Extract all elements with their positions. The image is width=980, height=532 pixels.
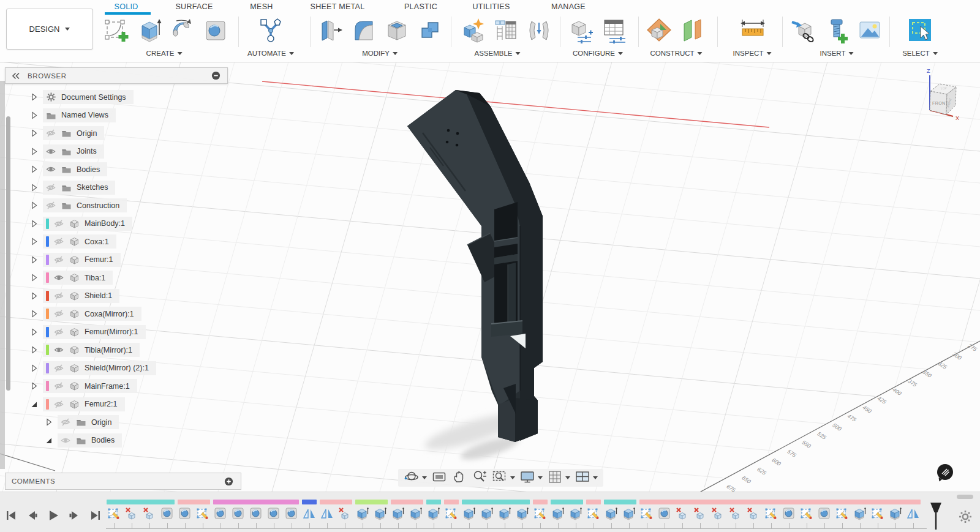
expand-arrow-icon[interactable] <box>29 237 39 246</box>
extrude-feature-icon[interactable] <box>427 507 440 523</box>
select-icon[interactable] <box>905 15 935 45</box>
look-at-button[interactable] <box>431 469 447 487</box>
sketch-feature-icon[interactable] <box>533 507 547 523</box>
expand-arrow-open-icon[interactable] <box>29 400 39 409</box>
suppressed-box-feature-icon[interactable] <box>338 507 352 523</box>
expand-arrow-icon[interactable] <box>29 183 39 192</box>
timeline-scrollbar-thumb[interactable] <box>957 495 973 499</box>
sketch-feature-icon[interactable] <box>800 507 813 523</box>
automate-icon[interactable] <box>256 15 285 45</box>
timeline-position-marker[interactable] <box>930 503 941 531</box>
visibility-off-icon[interactable] <box>54 381 64 391</box>
browser-item-bodies[interactable]: Bodies <box>5 160 228 179</box>
browser-item-bodies[interactable]: Bodies <box>5 432 228 450</box>
visibility-off-icon[interactable] <box>54 291 64 301</box>
step-forward-button[interactable] <box>67 509 81 522</box>
construction-plane-icon[interactable] <box>644 15 674 45</box>
browser-item-content[interactable]: Femur2:1 <box>43 397 125 411</box>
group-label-select[interactable]: SELECT <box>902 50 938 57</box>
suppressed-box-feature-icon[interactable] <box>125 507 138 523</box>
hole-icon[interactable] <box>201 15 230 45</box>
configuration-table-icon[interactable] <box>600 15 629 45</box>
extrude-feature-icon[interactable] <box>551 507 565 523</box>
minimize-panel-icon[interactable] <box>211 70 222 81</box>
extrude-feature-icon[interactable] <box>391 507 405 523</box>
measure-icon[interactable] <box>737 15 767 45</box>
browser-item-content[interactable]: Bodies <box>58 433 122 448</box>
browser-item-tibia-mirror-1[interactable]: Tibia(Mirror):1 <box>5 341 228 359</box>
sketch-feature-icon[interactable] <box>871 507 884 523</box>
fillet-icon[interactable] <box>349 15 379 45</box>
group-label-create[interactable]: CREATE <box>146 50 183 57</box>
zoom-button[interactable] <box>472 469 488 487</box>
hole-feature-icon[interactable] <box>818 507 831 523</box>
mirror-feature-icon[interactable] <box>907 507 920 523</box>
expand-arrow-icon[interactable] <box>29 201 39 210</box>
visibility-icon[interactable] <box>54 272 64 283</box>
tab-manage[interactable]: MANAGE <box>551 2 586 11</box>
browser-item-content[interactable]: Origin <box>43 126 104 140</box>
expand-arrow-icon[interactable] <box>29 219 39 228</box>
extrude-feature-icon[interactable] <box>356 507 369 523</box>
expand-arrow-icon[interactable] <box>29 273 39 282</box>
extrude-feature-icon[interactable] <box>889 507 902 523</box>
insert-derive-icon[interactable] <box>789 15 818 45</box>
browser-item-tiba-1[interactable]: Tiba:1 <box>5 269 228 287</box>
sketch-feature-icon[interactable] <box>764 507 778 523</box>
visibility-off-icon[interactable] <box>54 219 64 229</box>
visibility-off-icon[interactable] <box>54 309 64 319</box>
sketch-feature-icon[interactable] <box>587 507 600 523</box>
tab-mesh[interactable]: MESH <box>250 2 273 11</box>
browser-item-joints[interactable]: Joints <box>5 143 228 161</box>
expand-arrow-open-icon[interactable] <box>44 436 53 445</box>
browser-item-coxa-1[interactable]: Coxa:1 <box>5 233 228 251</box>
browser-item-origin[interactable]: Origin <box>5 124 228 143</box>
extrude-icon[interactable] <box>135 15 164 45</box>
skip-to-end-button[interactable] <box>88 509 102 522</box>
window-zoom-button[interactable] <box>492 469 515 487</box>
expand-arrow-icon[interactable] <box>29 255 39 264</box>
browser-item-shield-mirror-2-1[interactable]: Shield(Mirror) (2):1 <box>5 359 228 378</box>
extrude-feature-icon[interactable] <box>622 507 636 523</box>
tab-plastic[interactable]: PLASTIC <box>404 2 437 11</box>
group-label-insert[interactable]: INSERT <box>820 50 854 57</box>
sketch-feature-icon[interactable] <box>640 507 654 523</box>
sketch-feature-icon[interactable] <box>196 507 209 523</box>
expand-arrow-icon[interactable] <box>29 328 39 337</box>
extrude-feature-icon[interactable] <box>605 507 618 523</box>
browser-scrollbar-track[interactable] <box>0 81 5 469</box>
hole-feature-icon[interactable] <box>285 507 298 523</box>
browser-item-content[interactable]: Tibia(Mirror):1 <box>43 343 140 357</box>
mirror-feature-icon[interactable] <box>303 507 316 523</box>
expand-arrow-icon[interactable] <box>29 364 39 373</box>
insert-fastener-icon[interactable] <box>822 15 851 45</box>
browser-item-content[interactable]: MainBody:1 <box>43 217 132 231</box>
expand-arrow-icon[interactable] <box>29 309 39 318</box>
create-sketch-icon[interactable] <box>102 15 131 45</box>
visibility-icon[interactable] <box>61 435 71 446</box>
extrude-feature-icon[interactable] <box>853 507 867 523</box>
browser-item-content[interactable]: Femur:1 <box>43 253 121 267</box>
suppressed-box-feature-icon[interactable] <box>693 507 707 523</box>
collapse-panel-icon[interactable] <box>11 70 21 81</box>
configure-icon[interactable] <box>567 15 596 45</box>
browser-item-femur-1[interactable]: Femur:1 <box>5 251 228 269</box>
browser-item-content[interactable]: Shield(Mirror) (2):1 <box>43 361 156 375</box>
display-settings-button[interactable] <box>519 469 543 487</box>
expand-arrow-icon[interactable] <box>29 381 39 391</box>
suppressed-box-feature-icon[interactable] <box>676 507 689 523</box>
expand-arrow-icon[interactable] <box>29 147 39 156</box>
view-cube[interactable]: FRONT RIGHT TOP Z X <box>927 68 959 121</box>
extrude-feature-icon[interactable] <box>569 507 582 523</box>
step-back-button[interactable] <box>26 509 39 522</box>
hole-feature-icon[interactable] <box>658 507 671 523</box>
expand-arrow-icon[interactable] <box>29 111 39 120</box>
expand-arrow-icon[interactable] <box>29 165 39 174</box>
group-label-construct[interactable]: CONSTRUCT <box>650 50 702 57</box>
browser-item-sketches[interactable]: Sketches <box>5 179 228 197</box>
joint-origin-icon[interactable] <box>524 15 554 45</box>
visibility-off-icon[interactable] <box>54 236 64 247</box>
browser-item-content[interactable]: Sketches <box>43 181 115 195</box>
browser-item-content[interactable]: Coxa(Mirror):1 <box>43 307 141 321</box>
browser-item-content[interactable]: Shield:1 <box>43 289 119 303</box>
